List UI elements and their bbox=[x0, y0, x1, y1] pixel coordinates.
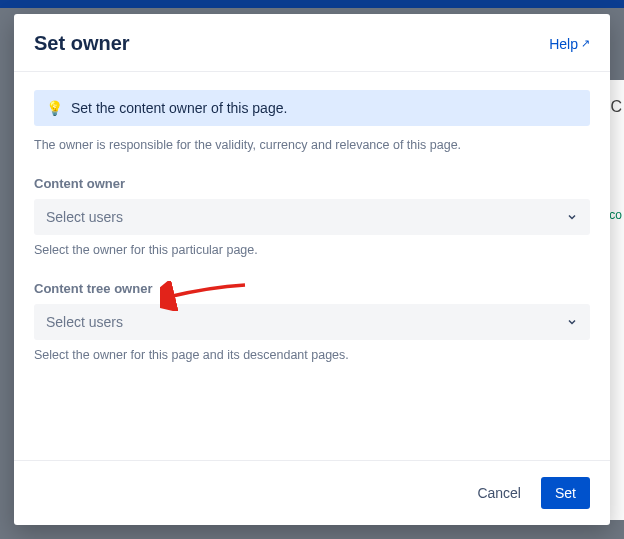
chevron-down-icon bbox=[566, 316, 578, 328]
dialog-body: 💡 Set the content owner of this page. Th… bbox=[14, 72, 610, 460]
content-tree-owner-select[interactable]: Select users bbox=[34, 304, 590, 340]
content-tree-owner-label: Content tree owner bbox=[34, 281, 152, 296]
dialog-description: The owner is responsible for the validit… bbox=[34, 138, 590, 152]
set-button[interactable]: Set bbox=[541, 477, 590, 509]
content-owner-placeholder: Select users bbox=[46, 209, 123, 225]
cancel-button[interactable]: Cancel bbox=[463, 477, 535, 509]
content-owner-field: Content owner Select users Select the ow… bbox=[34, 174, 590, 257]
help-link[interactable]: Help ↗ bbox=[549, 36, 590, 52]
content-tree-owner-field: Content tree owner Select users Select t… bbox=[34, 279, 590, 362]
content-tree-owner-placeholder: Select users bbox=[46, 314, 123, 330]
dialog-title: Set owner bbox=[34, 32, 130, 55]
bg-letter: C bbox=[610, 98, 622, 116]
content-owner-select[interactable]: Select users bbox=[34, 199, 590, 235]
help-link-label: Help bbox=[549, 36, 578, 52]
content-owner-label: Content owner bbox=[34, 176, 125, 191]
chevron-down-icon bbox=[566, 211, 578, 223]
info-banner-message: Set the content owner of this page. bbox=[71, 100, 287, 116]
dialog-header: Set owner Help ↗ bbox=[14, 14, 610, 72]
content-owner-help: Select the owner for this particular pag… bbox=[34, 243, 590, 257]
info-banner: 💡 Set the content owner of this page. bbox=[34, 90, 590, 126]
content-tree-owner-help: Select the owner for this page and its d… bbox=[34, 348, 590, 362]
lightbulb-icon: 💡 bbox=[46, 100, 63, 116]
dialog-backdrop: C co Set owner Help ↗ 💡 Set the content … bbox=[0, 0, 624, 539]
dialog-footer: Cancel Set bbox=[14, 460, 610, 525]
external-link-icon: ↗ bbox=[581, 37, 590, 50]
set-owner-dialog: Set owner Help ↗ 💡 Set the content owner… bbox=[14, 14, 610, 525]
bg-letter: co bbox=[609, 208, 622, 222]
